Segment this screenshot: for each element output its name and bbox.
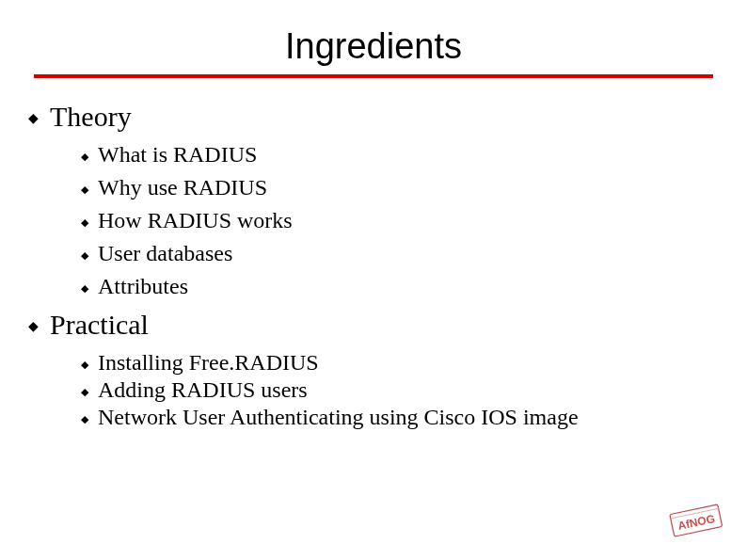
diamond-icon: ◆ xyxy=(81,217,88,228)
diamond-icon: ◆ xyxy=(81,184,88,195)
section-label: Theory xyxy=(50,101,132,133)
list-item: ◆Installing Free.RADIUS xyxy=(81,350,719,376)
afnog-logo: AfNOG xyxy=(668,502,724,541)
title-wrap: Ingredients xyxy=(0,0,747,67)
item-label: Network User Authenticating using Cisco … xyxy=(98,405,579,430)
section-theory: ◆ Theory ◆What is RADIUS ◆Why use RADIUS… xyxy=(28,101,719,299)
diamond-icon: ◆ xyxy=(81,152,88,162)
list-item: ◆Adding RADIUS users xyxy=(81,377,719,403)
list-item: ◆How RADIUS works xyxy=(81,208,719,233)
item-label: Attributes xyxy=(98,274,188,299)
diamond-icon: ◆ xyxy=(81,250,88,261)
diamond-icon: ◆ xyxy=(81,360,88,370)
list-item: ◆User databases xyxy=(81,241,719,266)
item-label: What is RADIUS xyxy=(98,142,257,168)
item-label: Adding RADIUS users xyxy=(98,377,308,403)
list-item: ◆Attributes xyxy=(81,274,719,299)
outline-list: ◆ Theory ◆What is RADIUS ◆Why use RADIUS… xyxy=(28,101,719,430)
practical-items: ◆Installing Free.RADIUS ◆Adding RADIUS u… xyxy=(81,350,719,430)
item-label: User databases xyxy=(98,241,232,266)
content: ◆ Theory ◆What is RADIUS ◆Why use RADIUS… xyxy=(0,78,747,430)
section-label: Practical xyxy=(50,309,149,341)
theory-items: ◆What is RADIUS ◆Why use RADIUS ◆How RAD… xyxy=(81,142,719,299)
diamond-icon: ◆ xyxy=(28,320,39,333)
list-item: ◆Why use RADIUS xyxy=(81,175,719,200)
diamond-icon: ◆ xyxy=(28,112,39,125)
item-label: Why use RADIUS xyxy=(98,175,267,200)
diamond-icon: ◆ xyxy=(81,387,88,397)
item-label: Installing Free.RADIUS xyxy=(98,350,319,376)
item-label: How RADIUS works xyxy=(98,208,293,233)
diamond-icon: ◆ xyxy=(81,283,88,294)
diamond-icon: ◆ xyxy=(81,414,88,424)
slide: Ingredients ◆ Theory ◆What is RADIUS ◆Wh… xyxy=(0,0,747,560)
section-practical: ◆ Practical ◆Installing Free.RADIUS ◆Add… xyxy=(28,309,719,430)
slide-title: Ingredients xyxy=(0,26,747,67)
list-item: ◆What is RADIUS xyxy=(81,142,719,168)
list-item: ◆Network User Authenticating using Cisco… xyxy=(81,405,719,430)
